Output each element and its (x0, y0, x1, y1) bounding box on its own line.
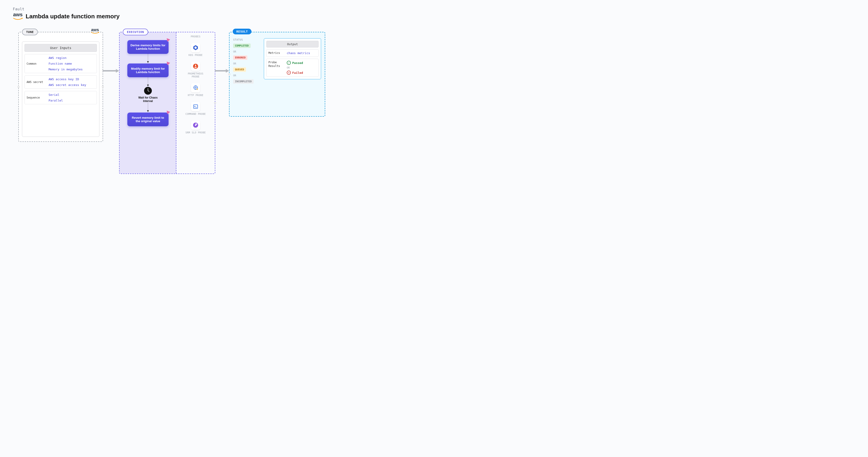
exec-wait: Wait for Chaos Interval (134, 87, 162, 103)
globe-icon (193, 85, 198, 91)
aws-logo-small: aws (91, 28, 99, 34)
user-inputs-header: User Inputs (25, 44, 97, 52)
status-queued: QUEUED (233, 67, 246, 72)
execution-panel: EXECUTION Derive memory limits for Lambd… (119, 32, 215, 174)
check-icon: ✓ (287, 61, 291, 65)
input-sequence-serial: Serial (49, 93, 96, 96)
arrow-exec-to-result (215, 68, 229, 74)
result-badge: RESULT (233, 29, 251, 34)
user-inputs-card: User Inputs Common AWS region Function n… (22, 41, 99, 137)
output-header: Output (266, 41, 318, 48)
input-aws-secret-access-key: AWS secret access key (49, 83, 96, 87)
status-errored: ERRORED (233, 55, 247, 60)
input-aws-region: AWS region (49, 56, 96, 60)
inputs-group-common: Common AWS region Function name Memory i… (25, 54, 97, 73)
status-completed: COMPLETED (233, 44, 251, 48)
probe-http: HTTP PROBE (188, 83, 204, 97)
probe-command: COMMAND PROBE (186, 102, 206, 115)
fault-label: Fault (13, 7, 344, 11)
terminal-icon (193, 104, 198, 110)
input-sequence-parallel: Parallel (49, 99, 96, 102)
svg-point-5 (194, 47, 197, 49)
probe-result-passed: ✓Passed (287, 61, 316, 65)
inputs-group-sequence: Sequence Serial Parallel (25, 91, 97, 104)
probe-k8s: K8S PROBE (188, 43, 203, 57)
status-title: STATUS (233, 38, 258, 41)
litmus-icon (165, 111, 170, 115)
svg-point-10 (195, 124, 196, 126)
execution-badge: EXECUTION (123, 29, 148, 35)
inputs-group-aws-secret: AWS secret AWS access key ID AWS secret … (25, 76, 97, 89)
litmus-icon (165, 62, 170, 66)
tune-badge: TUNE (22, 29, 38, 35)
exec-step-derive: Derive memory limits for Lambda function (127, 40, 168, 54)
input-function-name: Function name (49, 62, 96, 65)
arrow-tune-to-exec (102, 68, 120, 74)
aws-logo: aws (13, 12, 23, 20)
output-card: Output Metrics chaos metrics Probe Resul… (264, 38, 321, 79)
tune-panel: TUNE aws User Inputs Common AWS region F… (18, 32, 103, 142)
output-probe-results-row: Probe Results ✓Passed OR ✕Failed (266, 59, 318, 77)
output-metrics-value: chaos metrics (287, 51, 316, 55)
result-panel: RESULT STATUS COMPLETED OR ERRORED OR QU… (229, 32, 325, 117)
probe-srm-slo: SRM SLO PROBE (186, 120, 206, 134)
probe-prometheus: PROMETHEUS PROBE (185, 62, 206, 78)
output-metrics-row: Metrics chaos metrics (266, 49, 318, 57)
x-icon: ✕ (287, 70, 291, 75)
status-incompleted: INCOMPLETED (233, 79, 253, 84)
kubernetes-icon (193, 45, 198, 51)
exec-step-revert: Revert memory limit to the original valu… (127, 113, 168, 126)
prometheus-icon (193, 63, 198, 69)
slo-icon (193, 122, 198, 128)
exec-step-modify: Modify memory limit for Lambda function (127, 63, 168, 77)
probes-title: PROBES (191, 35, 200, 38)
probe-result-failed: ✕Failed (287, 70, 316, 75)
clock-icon (144, 87, 152, 95)
svg-rect-8 (193, 105, 198, 108)
page-title: Lambda update function memory (26, 13, 120, 20)
input-aws-access-key-id: AWS access key ID (49, 78, 96, 81)
input-memory-mb: Memory in megabytes (49, 67, 96, 71)
